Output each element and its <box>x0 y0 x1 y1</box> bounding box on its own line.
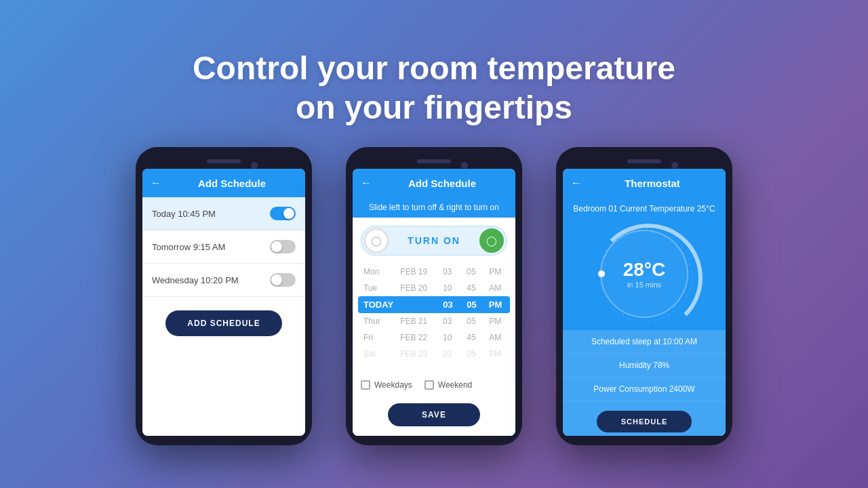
drum-picker: Mon FEB 19 03 05 PM Tue FEB 20 10 45 AM <box>353 264 515 373</box>
phone2-speaker <box>417 159 451 163</box>
power-off-icon: ◯ <box>364 228 389 253</box>
save-btn-row: SAVE <box>353 396 515 436</box>
weekend-label: Weekend <box>438 380 472 390</box>
toggle-3[interactable] <box>270 273 296 287</box>
toggle-knob-3 <box>271 274 282 285</box>
phone1-screen: ← Add Schedule Today 10:45 PM Tomorrow 9… <box>142 169 305 436</box>
picker-row-fri: Fri FEB 22 10 45 AM <box>358 329 510 346</box>
phone3-screen: ← Thermostat Bedroom 01 Current Temperat… <box>563 169 726 436</box>
schedule-list: Today 10:45 PM Tomorrow 9:15 AM Wednesda… <box>142 197 305 436</box>
phone1-back-icon[interactable]: ← <box>151 177 161 189</box>
weekdays-box <box>361 380 370 390</box>
thermostat-info: Scheduled sleep at 10:00 AM Humidity 78%… <box>563 330 726 436</box>
phone1-camera <box>251 162 258 169</box>
phone1-speaker <box>207 159 241 163</box>
schedule-label-1: Today 10:45 PM <box>152 209 216 219</box>
picker-row-today: TODAY 03 05 PM <box>358 296 510 313</box>
headline: Control your room temperature on your fi… <box>193 24 675 127</box>
headline-line1: Control your room temperature <box>193 49 675 88</box>
toggle-knob-2 <box>271 241 282 252</box>
picker-row-thur: Thur FEB 21 03 05 PM <box>358 313 510 329</box>
phone2-screen: ← Add Schedule Slide left to turn off & … <box>353 169 515 436</box>
add-schedule-button[interactable]: ADD SCHEDULE <box>165 310 281 336</box>
picker-row-tue: Tue FEB 20 10 45 AM <box>358 280 510 296</box>
headline-line2: on your fingertips <box>193 88 675 127</box>
schedule-btn-row: SCHEDULE <box>563 401 726 436</box>
phone1-header: ← Add Schedule <box>142 169 305 197</box>
info-humidity: Humidity 78% <box>563 354 726 378</box>
schedule-label-2: Tomorrow 9:15 AM <box>152 242 225 252</box>
phone2: ← Add Schedule Slide left to turn off & … <box>346 147 522 445</box>
phone2-back-icon[interactable]: ← <box>361 177 372 189</box>
toggle-2[interactable] <box>270 240 296 253</box>
thermostat-circle-area: 28°C in 15 mins <box>563 220 726 330</box>
toggle-1[interactable] <box>270 207 296 220</box>
slide-hint: Slide left to turn off & right to turn o… <box>353 197 515 218</box>
weekdays-checkbox[interactable]: Weekdays <box>361 380 412 390</box>
info-power: Power Consumption 2400W <box>563 378 726 401</box>
turn-on-slider[interactable]: ◯ TURN ON ◯ <box>361 226 507 256</box>
thermostat-content: Bedroom 01 Current Temperature 25°C 28°C <box>563 197 726 436</box>
phone3-header: ← Thermostat <box>563 169 726 197</box>
info-sleep: Scheduled sleep at 10:00 AM <box>563 330 726 354</box>
schedule-footer: ADD SCHEDULE <box>142 297 305 350</box>
checkboxes-row: Weekdays Weekend <box>353 373 515 396</box>
svg-point-0 <box>599 229 692 321</box>
phone1: ← Add Schedule Today 10:45 PM Tomorrow 9… <box>136 147 312 445</box>
power-on-icon: ◯ <box>479 228 504 253</box>
slider-label: TURN ON <box>389 235 479 246</box>
weekend-checkbox[interactable]: Weekend <box>425 380 472 390</box>
schedule-button[interactable]: SCHEDULE <box>597 411 692 432</box>
weekend-box <box>425 380 434 390</box>
save-button[interactable]: SAVE <box>388 403 480 426</box>
picker-row-mon: Mon FEB 19 03 05 PM <box>358 264 510 280</box>
phone3-camera <box>671 162 678 169</box>
tick-svg <box>595 224 696 326</box>
schedule-item-2[interactable]: Tomorrow 9:15 AM <box>142 230 305 264</box>
phone2-title: Add Schedule <box>377 178 507 189</box>
phone2-content: Slide left to turn off & right to turn o… <box>353 197 515 436</box>
phone3: ← Thermostat Bedroom 01 Current Temperat… <box>556 147 732 445</box>
picker-row-sat: Sat FEB 23 03 05 PM <box>358 346 510 362</box>
phones-row: ← Add Schedule Today 10:45 PM Tomorrow 9… <box>136 147 732 445</box>
schedule-item-3[interactable]: Wednesday 10:20 PM <box>142 264 305 297</box>
thermostat-subtitle: Bedroom 01 Current Temperature 25°C <box>563 197 726 220</box>
dot-indicator <box>598 270 605 277</box>
schedule-item-1[interactable]: Today 10:45 PM <box>142 197 305 230</box>
phone3-title: Thermostat <box>587 178 717 189</box>
phone2-camera <box>461 162 468 169</box>
weekdays-label: Weekdays <box>374 380 412 390</box>
schedule-label-3: Wednesday 10:20 PM <box>152 275 239 285</box>
phone2-header: ← Add Schedule <box>353 169 515 197</box>
phone3-back-icon[interactable]: ← <box>571 177 582 189</box>
toggle-knob-1 <box>283 208 294 219</box>
temp-ring: 28°C in 15 mins <box>600 230 688 318</box>
phone3-speaker <box>627 159 661 163</box>
phone1-title: Add Schedule <box>167 178 297 189</box>
